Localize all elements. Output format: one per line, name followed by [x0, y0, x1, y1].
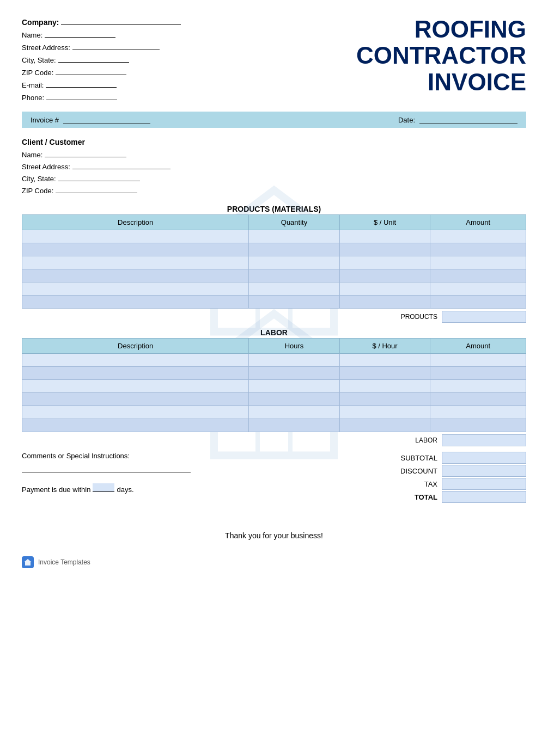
subtotal-row: SUBTOTAL	[374, 452, 526, 464]
labor-section-title: LABOR	[22, 328, 526, 337]
name-value[interactable]	[45, 29, 115, 38]
client-name-value[interactable]	[45, 149, 126, 157]
client-street-label: Street Address:	[22, 163, 70, 171]
labor-total-label: LABOR	[415, 437, 442, 444]
invoice-hash-label: Invoice #	[31, 116, 59, 124]
discount-label: DISCOUNT	[374, 467, 442, 475]
zip-label: ZIP Code:	[22, 69, 53, 77]
date-label: Date:	[398, 116, 415, 124]
company-label: Company:	[22, 18, 59, 27]
discount-row: DISCOUNT	[374, 465, 526, 477]
title-line2: CONTRACTOR	[356, 42, 526, 69]
name-label: Name:	[22, 31, 42, 39]
brand-label: Invoice Templates	[38, 558, 90, 566]
bottom-left: Comments or Special Instructions: Paymen…	[22, 452, 374, 494]
payment-due-text: Payment is due within days.	[22, 483, 357, 494]
products-section-title: PRODUCTS (MATERIALS)	[22, 205, 526, 213]
client-name-label: Name:	[22, 151, 42, 159]
phone-label: Phone:	[22, 94, 44, 102]
bottom-section: Comments or Special Instructions: Paymen…	[22, 452, 526, 504]
labor-total-value[interactable]	[442, 434, 526, 446]
client-street-value[interactable]	[72, 161, 171, 169]
products-col-quantity: Quantity	[249, 215, 340, 230]
discount-value[interactable]	[442, 465, 526, 477]
phone-value[interactable]	[46, 91, 117, 100]
client-city-value[interactable]	[58, 173, 140, 181]
total-value[interactable]	[442, 491, 526, 503]
client-city-label: City, State:	[22, 175, 56, 183]
payment-suffix: days.	[117, 485, 133, 494]
subtotal-value[interactable]	[442, 452, 526, 464]
labor-col-description: Description	[22, 339, 249, 354]
bottom-right: SUBTOTAL DISCOUNT TAX TOTAL	[374, 452, 526, 504]
client-section-title: Client / Customer	[22, 138, 526, 146]
street-value[interactable]	[72, 41, 160, 50]
zip-value[interactable]	[56, 66, 126, 75]
client-zip-label: ZIP Code:	[22, 187, 53, 195]
email-label: E-mail:	[22, 81, 44, 89]
table-row	[22, 269, 526, 282]
footer: Invoice Templates	[22, 556, 526, 568]
table-row	[22, 256, 526, 269]
labor-table: Description Hours $ / Hour Amount	[22, 338, 526, 432]
title-line1: ROOFING	[356, 16, 526, 42]
payment-days-value[interactable]	[93, 483, 114, 492]
comments-value[interactable]	[22, 463, 191, 472]
table-row	[22, 367, 526, 380]
subtotal-label: SUBTOTAL	[374, 454, 442, 462]
labor-total-row: LABOR	[22, 434, 526, 446]
total-row: TOTAL	[374, 491, 526, 503]
client-section: Client / Customer Name: Street Address: …	[22, 138, 526, 195]
tax-row: TAX	[374, 478, 526, 490]
payment-prefix: Payment is due within	[22, 485, 90, 494]
page-header: Company: Name: Street Address: City, Sta…	[22, 16, 526, 102]
brand-icon	[22, 556, 34, 568]
date-group: Date:	[398, 115, 517, 124]
invoice-bar: Invoice # Date:	[22, 112, 526, 128]
labor-col-hours: Hours	[249, 339, 340, 354]
company-value[interactable]	[61, 16, 181, 25]
invoice-title-block: ROOFING CONTRACTOR INVOICE	[356, 16, 526, 95]
total-label: TOTAL	[374, 493, 442, 501]
products-table: Description Quantity $ / Unit Amount	[22, 214, 526, 309]
title-line3: INVOICE	[356, 69, 526, 95]
labor-col-amount: Amount	[430, 339, 526, 354]
table-row	[22, 393, 526, 406]
city-value[interactable]	[58, 54, 129, 63]
table-row	[22, 296, 526, 309]
table-row	[22, 406, 526, 419]
products-col-unit: $ / Unit	[339, 215, 430, 230]
table-row	[22, 380, 526, 393]
products-col-description: Description	[22, 215, 249, 230]
products-total-label: PRODUCTS	[401, 313, 442, 321]
table-row	[22, 243, 526, 256]
invoice-number-group: Invoice #	[31, 115, 150, 124]
street-label: Street Address:	[22, 44, 70, 52]
date-value[interactable]	[419, 115, 517, 124]
client-zip-value[interactable]	[56, 185, 137, 193]
table-row	[22, 230, 526, 243]
email-value[interactable]	[46, 79, 117, 88]
table-row	[22, 419, 526, 432]
company-info-block: Company: Name: Street Address: City, Sta…	[22, 16, 181, 102]
table-row	[22, 282, 526, 296]
table-row	[22, 354, 526, 367]
labor-col-perhour: $ / Hour	[339, 339, 430, 354]
thank-you-message: Thank you for your business!	[22, 531, 526, 540]
invoice-number-value[interactable]	[63, 115, 150, 124]
city-label: City, State:	[22, 56, 56, 64]
products-total-row: PRODUCTS	[22, 311, 526, 323]
products-total-value[interactable]	[442, 311, 526, 323]
comments-label: Comments or Special Instructions:	[22, 452, 357, 460]
tax-label: TAX	[374, 480, 442, 488]
products-col-amount: Amount	[430, 215, 526, 230]
tax-value[interactable]	[442, 478, 526, 490]
